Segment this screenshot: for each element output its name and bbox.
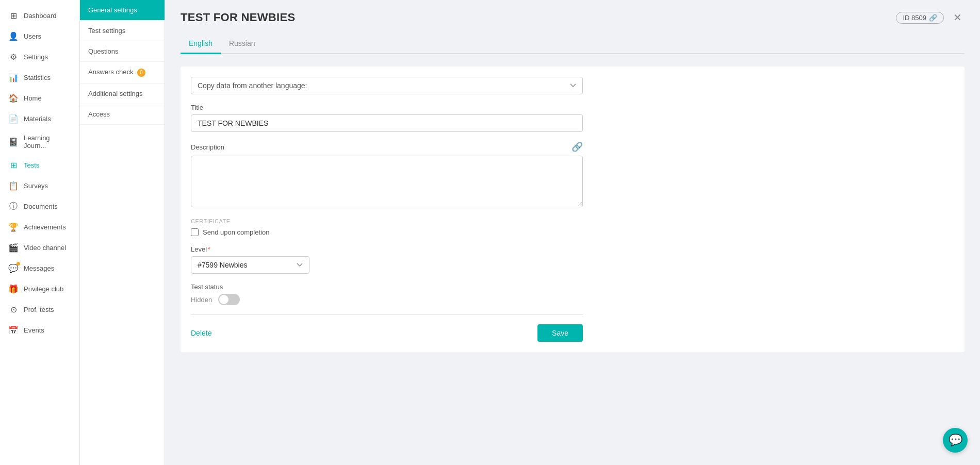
description-textarea[interactable] [191, 156, 583, 207]
level-select[interactable]: #7599 Newbies [191, 256, 309, 274]
prof-tests-icon: ⊙ [8, 304, 19, 314]
hidden-toggle[interactable] [218, 294, 240, 305]
tests-icon: ⊞ [8, 160, 19, 170]
events-icon: 📅 [8, 325, 19, 335]
sub-sidebar-item-additional-settings[interactable]: Additional settings [80, 84, 165, 104]
title-input[interactable] [191, 114, 583, 132]
sub-sidebar-label-answers-check: Answers check [88, 68, 133, 76]
surveys-icon: 📋 [8, 180, 19, 191]
sidebar-label-statistics: Statistics [24, 74, 51, 81]
hidden-label: Hidden [191, 296, 212, 304]
statistics-icon: 📊 [8, 72, 19, 82]
sub-sidebar-item-access[interactable]: Access [80, 104, 165, 125]
form-footer: Delete Save [191, 314, 583, 342]
achievements-icon: 🏆 [8, 222, 19, 232]
documents-icon: ⓘ [8, 201, 19, 211]
form-section: Copy data from another language: Title D… [181, 67, 965, 352]
sub-sidebar-label-access: Access [88, 110, 110, 118]
id-badge: ID 8509 🔗 [896, 12, 944, 24]
copy-lang-select[interactable]: Copy data from another language: [191, 77, 583, 94]
tab-russian[interactable]: Russian [221, 35, 264, 53]
sidebar-item-dashboard[interactable]: ⊞ Dashboard [0, 5, 79, 26]
messages-icon: 💬 [8, 263, 19, 273]
sidebar-label-users: Users [24, 32, 41, 40]
home-icon: 🏠 [8, 93, 19, 103]
sidebar-label-learning-journal: Learning Journ... [24, 134, 71, 150]
description-label: Description [191, 143, 224, 151]
sidebar-label-home: Home [24, 94, 42, 102]
sidebar-label-events: Events [24, 326, 44, 334]
settings-icon: ⚙ [8, 52, 19, 62]
level-required: * [208, 246, 210, 253]
sidebar-item-messages[interactable]: 💬 Messages [0, 258, 79, 278]
test-status-section: Test status Hidden [191, 283, 954, 305]
users-icon: 👤 [8, 31, 19, 41]
sidebar-label-achievements: Achievements [24, 223, 66, 231]
id-badge-text: ID 8509 [903, 14, 926, 22]
title-label: Title [191, 104, 954, 111]
learning-journal-icon: 📓 [8, 137, 19, 147]
sidebar-item-documents[interactable]: ⓘ Documents [0, 196, 79, 217]
sidebar-item-surveys[interactable]: 📋 Surveys [0, 175, 79, 196]
sidebar-item-learning-journal[interactable]: 📓 Learning Journ... [0, 129, 79, 155]
level-label: Level* [191, 245, 954, 253]
sub-sidebar-label-questions: Questions [88, 47, 119, 55]
sidebar-item-achievements[interactable]: 🏆 Achievements [0, 217, 79, 237]
main-content: TEST FOR NEWBIES ID 8509 🔗 ✕ English Rus… [165, 0, 980, 465]
sidebar-label-surveys: Surveys [24, 182, 48, 190]
page-title: TEST FOR NEWBIES [181, 11, 295, 24]
page-header: TEST FOR NEWBIES ID 8509 🔗 ✕ [181, 10, 965, 25]
main-sidebar: ⊞ Dashboard 👤 Users ⚙ Settings 📊 Statist… [0, 0, 80, 465]
send-upon-completion-checkbox[interactable] [191, 228, 199, 236]
sidebar-label-settings: Settings [24, 53, 48, 61]
sub-sidebar-item-test-settings[interactable]: Test settings [80, 21, 165, 41]
sidebar-item-prof-tests[interactable]: ⊙ Prof. tests [0, 299, 79, 320]
sub-sidebar-label-additional-settings: Additional settings [88, 90, 143, 97]
dashboard-icon: ⊞ [8, 10, 19, 21]
sidebar-item-materials[interactable]: 📄 Materials [0, 108, 79, 129]
sidebar-label-documents: Documents [24, 203, 58, 210]
close-button[interactable]: ✕ [950, 10, 965, 25]
certificate-section-label: CERTIFICATE [191, 218, 954, 224]
sidebar-label-prof-tests: Prof. tests [24, 306, 54, 313]
answers-check-badge: 0 [137, 69, 145, 77]
tab-english[interactable]: English [181, 35, 221, 54]
send-upon-completion-label[interactable]: Send upon completion [203, 228, 269, 236]
sub-sidebar-item-questions[interactable]: Questions [80, 41, 165, 62]
sidebar-label-materials: Materials [24, 115, 51, 123]
privilege-club-icon: 🎁 [8, 284, 19, 294]
sidebar-item-users[interactable]: 👤 Users [0, 26, 79, 46]
sidebar-label-privilege-club: Privilege club [24, 285, 63, 293]
description-link-icon[interactable]: 🔗 [571, 141, 583, 153]
certificate-section: CERTIFICATE Send upon completion [191, 218, 954, 236]
delete-button[interactable]: Delete [191, 329, 211, 337]
chat-bubble[interactable]: 💬 [943, 428, 968, 453]
sub-sidebar-item-general-settings[interactable]: General settings [80, 0, 165, 21]
certificate-checkbox-row: Send upon completion [191, 228, 954, 236]
language-tabs: English Russian [181, 35, 965, 54]
sidebar-item-settings[interactable]: ⚙ Settings [0, 46, 79, 67]
sub-sidebar-label-test-settings: Test settings [88, 27, 125, 35]
materials-icon: 📄 [8, 113, 19, 124]
sidebar-item-statistics[interactable]: 📊 Statistics [0, 67, 79, 88]
sidebar-label-dashboard: Dashboard [24, 12, 57, 20]
id-link-icon: 🔗 [929, 14, 937, 22]
description-header: Description 🔗 [191, 141, 583, 153]
toggle-row: Hidden [191, 294, 954, 305]
chat-icon: 💬 [949, 434, 962, 447]
test-status-label: Test status [191, 283, 954, 291]
sidebar-label-video-channel: Video channel [24, 244, 66, 252]
sub-sidebar-item-answers-check[interactable]: Answers check 0 [80, 62, 165, 84]
page-header-right: ID 8509 🔗 ✕ [896, 10, 965, 25]
sidebar-label-messages: Messages [24, 264, 54, 272]
sidebar-item-video-channel[interactable]: 🎬 Video channel [0, 237, 79, 258]
sidebar-item-events[interactable]: 📅 Events [0, 320, 79, 340]
save-button[interactable]: Save [537, 324, 583, 342]
sidebar-item-home[interactable]: 🏠 Home [0, 88, 79, 108]
video-channel-icon: 🎬 [8, 242, 19, 253]
sub-sidebar-label-general-settings: General settings [88, 6, 137, 14]
sidebar-item-privilege-club[interactable]: 🎁 Privilege club [0, 278, 79, 299]
sidebar-item-tests[interactable]: ⊞ Tests [0, 155, 79, 175]
sidebar-label-tests: Tests [24, 161, 39, 169]
sub-sidebar: General settings Test settings Questions… [80, 0, 165, 465]
